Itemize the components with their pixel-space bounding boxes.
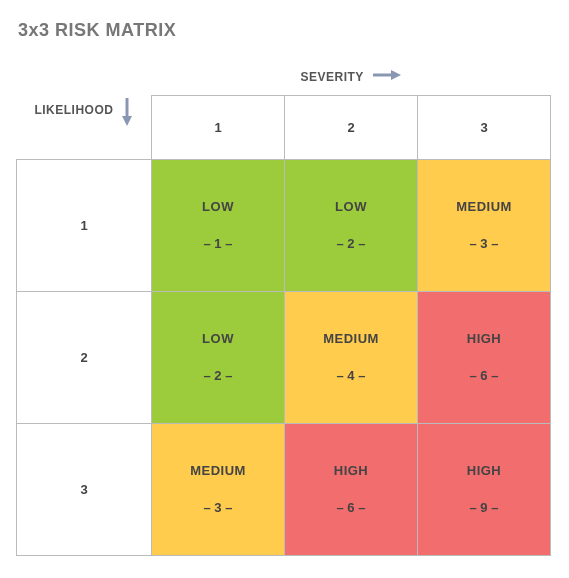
cell-rating: MEDIUM [285, 331, 417, 346]
cell-rating: HIGH [285, 463, 417, 478]
page-title: 3x3 RISK MATRIX [18, 20, 553, 41]
svg-marker-3 [122, 116, 132, 126]
svg-marker-1 [391, 70, 401, 80]
cell-3-1: MEDIUM – 3 – [152, 423, 285, 555]
cell-rating: LOW [285, 199, 417, 214]
cell-rating: MEDIUM [152, 463, 284, 478]
cell-score: – 4 – [285, 368, 417, 383]
cell-rating: LOW [152, 199, 284, 214]
cell-score: – 3 – [152, 500, 284, 515]
cell-2-1: LOW – 2 – [152, 291, 285, 423]
cell-1-1: LOW – 1 – [152, 159, 285, 291]
cell-score: – 2 – [285, 236, 417, 251]
cell-1-2: LOW – 2 – [285, 159, 418, 291]
cell-2-3: HIGH – 6 – [418, 291, 551, 423]
arrow-right-icon [373, 69, 401, 84]
severity-header-1: 1 [152, 95, 285, 159]
cell-score: – 3 – [418, 236, 550, 251]
cell-rating: HIGH [418, 463, 550, 478]
severity-header-3: 3 [418, 95, 551, 159]
cell-rating: MEDIUM [418, 199, 550, 214]
cell-score: – 9 – [418, 500, 550, 515]
likelihood-header-3: 3 [17, 423, 152, 555]
cell-rating: LOW [152, 331, 284, 346]
likelihood-axis-label: LIKELIHOOD [17, 95, 152, 159]
severity-axis-label: SEVERITY [152, 59, 551, 95]
likelihood-header-1: 1 [17, 159, 152, 291]
cell-3-3: HIGH – 9 – [418, 423, 551, 555]
cell-3-2: HIGH – 6 – [285, 423, 418, 555]
likelihood-header-2: 2 [17, 291, 152, 423]
corner-blank [17, 59, 152, 95]
risk-matrix: SEVERITY LIKELIHOOD 1 2 3 1 LOW – 1 – LO… [16, 59, 551, 556]
severity-label-text: SEVERITY [301, 70, 364, 84]
cell-2-2: MEDIUM – 4 – [285, 291, 418, 423]
cell-rating: HIGH [418, 331, 550, 346]
cell-score: – 2 – [152, 368, 284, 383]
severity-header-2: 2 [285, 95, 418, 159]
cell-score: – 6 – [418, 368, 550, 383]
likelihood-label-text: LIKELIHOOD [34, 103, 113, 117]
cell-score: – 1 – [152, 236, 284, 251]
cell-1-3: MEDIUM – 3 – [418, 159, 551, 291]
cell-score: – 6 – [285, 500, 417, 515]
arrow-down-icon [121, 98, 133, 129]
